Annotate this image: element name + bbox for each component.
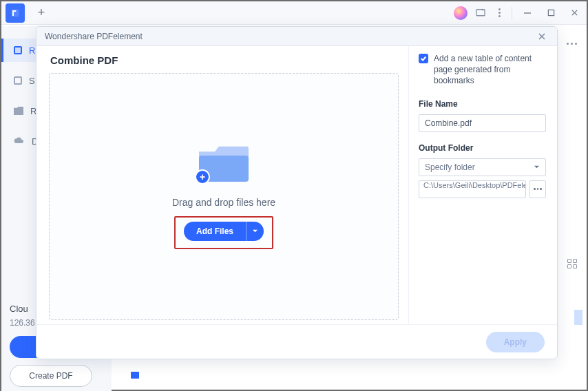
chevron-down-icon xyxy=(534,164,540,170)
application-window: + R S R D xyxy=(0,0,588,391)
view-grid-icon[interactable] xyxy=(567,259,577,268)
combine-pdf-dialog: Wondershare PDFelement Combine PDF + Dra… xyxy=(36,26,558,359)
filename-input[interactable] xyxy=(419,114,546,132)
assistant-icon[interactable] xyxy=(454,6,468,20)
minimize-button[interactable] xyxy=(519,5,536,21)
browse-folder-button[interactable] xyxy=(529,180,546,198)
app-logo-icon xyxy=(6,3,25,23)
toc-checkbox[interactable] xyxy=(419,54,428,63)
new-tab-button[interactable]: + xyxy=(32,3,51,23)
chevron-down-icon xyxy=(252,228,258,234)
checkmark-icon xyxy=(420,55,427,62)
drop-instruction-text: Drag and drop files here xyxy=(172,197,275,208)
add-files-highlight: Add Files xyxy=(174,216,273,249)
cloud-icon xyxy=(14,136,25,147)
dialog-titlebar: Wondershare PDFelement xyxy=(36,27,557,46)
close-window-button[interactable] xyxy=(566,5,582,21)
tab-strip: + xyxy=(1,1,587,25)
dialog-title: Wondershare PDFelement xyxy=(45,32,143,41)
toc-checkbox-label: Add a new table of content page generate… xyxy=(434,53,546,87)
dialog-main-pane: Combine PDF + Drag and drop files here A… xyxy=(36,46,408,324)
maximize-button[interactable] xyxy=(543,5,559,21)
output-path-field[interactable]: C:\Users\Geili\Desktop\PDFelement\Cc xyxy=(419,180,526,198)
sidebar-item-label: R xyxy=(29,45,35,56)
create-pdf-button[interactable]: Create PDF xyxy=(10,365,92,387)
dialog-heading: Combine PDF xyxy=(50,54,399,66)
plus-badge-icon: + xyxy=(195,169,210,184)
add-files-button[interactable]: Add Files xyxy=(184,222,246,241)
file-icon xyxy=(14,46,22,54)
apply-button[interactable]: Apply xyxy=(486,332,545,352)
feedback-icon[interactable] xyxy=(474,7,487,19)
file-thumbnail-icon xyxy=(131,372,139,379)
right-rail xyxy=(567,43,577,45)
add-files-label: Add Files xyxy=(196,226,233,236)
right-highlight xyxy=(574,310,582,325)
folder-illustration-icon: + xyxy=(199,145,249,182)
file-icon xyxy=(14,76,22,85)
apply-label: Apply xyxy=(504,337,527,347)
svg-rect-1 xyxy=(548,10,554,15)
add-files-dropdown-button[interactable] xyxy=(246,222,264,241)
close-dialog-button[interactable] xyxy=(535,30,549,43)
output-folder-label: Output Folder xyxy=(419,143,546,153)
sidebar-item-label: S xyxy=(29,76,35,86)
separator xyxy=(512,7,512,19)
more-menu-icon[interactable] xyxy=(494,8,505,19)
create-pdf-label: Create PDF xyxy=(29,371,72,381)
output-folder-select[interactable]: Specify folder xyxy=(419,158,546,176)
folder-icon xyxy=(14,107,23,115)
dialog-footer: Apply xyxy=(36,324,557,359)
file-drop-zone[interactable]: + Drag and drop files here Add Files xyxy=(49,73,399,320)
filename-label: File Name xyxy=(419,99,546,109)
svg-rect-0 xyxy=(476,9,485,15)
output-folder-select-value: Specify folder xyxy=(425,162,475,172)
output-path-text: C:\Users\Geili\Desktop\PDFelement\Cc xyxy=(423,181,526,189)
dialog-side-pane: Add a new table of content page generate… xyxy=(408,46,557,324)
overflow-menu-icon[interactable] xyxy=(567,43,577,45)
